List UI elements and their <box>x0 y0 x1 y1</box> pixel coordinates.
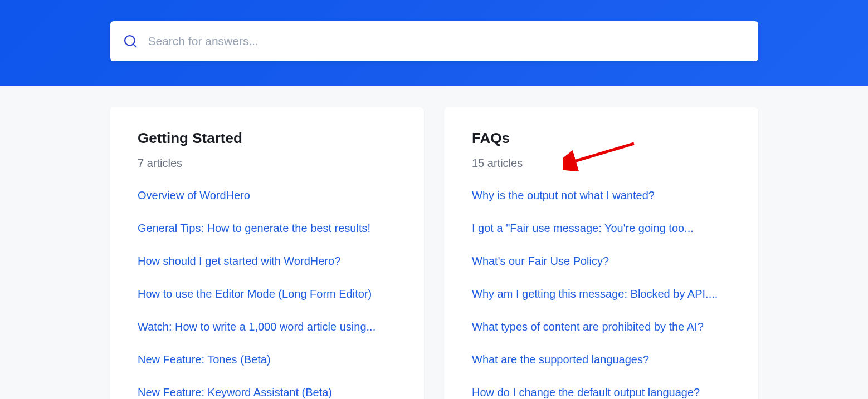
article-item: New Feature: Tones (Beta) <box>138 352 396 367</box>
article-item: What are the supported languages? <box>472 352 730 367</box>
article-item: I got a "Fair use message: You're going … <box>472 220 730 236</box>
hero-banner <box>0 0 868 86</box>
article-item: What's our Fair Use Policy? <box>472 253 730 269</box>
article-link[interactable]: How to use the Editor Mode (Long Form Ed… <box>138 288 372 300</box>
article-item: How to use the Editor Mode (Long Form Ed… <box>138 286 396 302</box>
article-link[interactable]: I got a "Fair use message: You're going … <box>472 222 694 234</box>
content-area: Getting Started 7 articles Overview of W… <box>0 86 868 399</box>
card-faqs: FAQs 15 articles Why is the output not w… <box>444 107 758 399</box>
article-link[interactable]: Why am I getting this message: Blocked b… <box>472 288 718 300</box>
article-item: Why am I getting this message: Blocked b… <box>472 286 730 302</box>
article-item: New Feature: Keyword Assistant (Beta) <box>138 385 396 399</box>
article-link[interactable]: Watch: How to write a 1,000 word article… <box>138 321 376 333</box>
article-link[interactable]: Overview of WordHero <box>138 189 250 201</box>
article-list: Overview of WordHero General Tips: How t… <box>138 188 396 399</box>
article-link[interactable]: General Tips: How to generate the best r… <box>138 222 370 234</box>
article-link[interactable]: New Feature: Keyword Assistant (Beta) <box>138 386 332 398</box>
article-item: What types of content are prohibited by … <box>472 319 730 334</box>
article-item: Why is the output not what I wanted? <box>472 188 730 203</box>
article-link[interactable]: What are the supported languages? <box>472 353 649 366</box>
article-item: How should I get started with WordHero? <box>138 253 396 269</box>
article-link[interactable]: Why is the output not what I wanted? <box>472 189 655 201</box>
card-article-count: 7 articles <box>138 157 396 170</box>
article-item: How do I change the default output langu… <box>472 385 730 399</box>
card-title: FAQs <box>472 130 730 147</box>
article-item: General Tips: How to generate the best r… <box>138 220 396 236</box>
article-link[interactable]: How should I get started with WordHero? <box>138 255 340 267</box>
search-input[interactable] <box>148 35 746 48</box>
article-link[interactable]: What's our Fair Use Policy? <box>472 255 609 267</box>
search-icon <box>123 33 138 49</box>
article-link[interactable]: New Feature: Tones (Beta) <box>138 353 271 366</box>
article-item: Watch: How to write a 1,000 word article… <box>138 319 396 334</box>
article-link[interactable]: How do I change the default output langu… <box>472 386 700 398</box>
search-container[interactable] <box>110 21 758 61</box>
svg-line-1 <box>133 44 136 47</box>
article-item: Overview of WordHero <box>138 188 396 203</box>
article-link[interactable]: What types of content are prohibited by … <box>472 321 704 333</box>
card-getting-started: Getting Started 7 articles Overview of W… <box>110 107 424 399</box>
card-article-count: 15 articles <box>472 157 730 170</box>
card-title: Getting Started <box>138 130 396 147</box>
article-list: Why is the output not what I wanted? I g… <box>472 188 730 399</box>
